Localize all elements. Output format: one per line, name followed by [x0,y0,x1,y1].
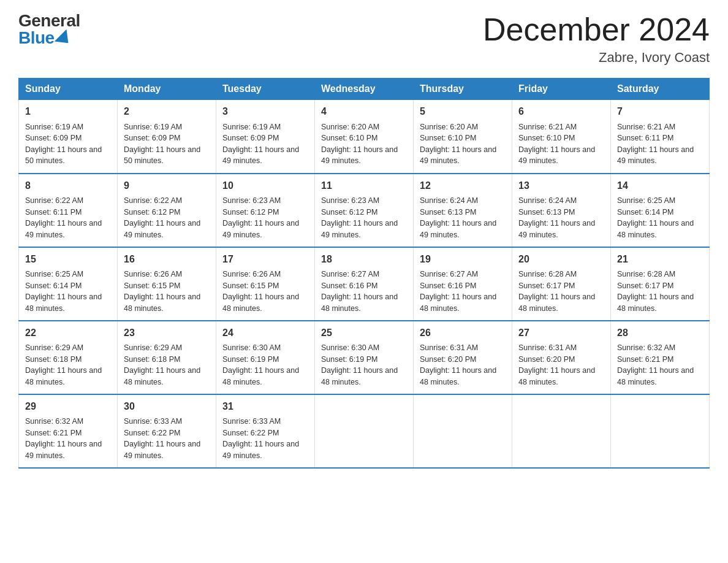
logo: General Blue [18,12,80,47]
sunrise-info: Sunrise: 6:30 AM [222,343,281,352]
logo-triangle-icon [54,29,74,50]
calendar-cell: 7Sunrise: 6:21 AMSunset: 6:11 PMDaylight… [611,100,710,174]
day-number: 26 [420,326,506,340]
sunset-info: Sunset: 6:18 PM [25,355,82,364]
weekday-header-wednesday: Wednesday [315,79,414,100]
sunrise-info: Sunrise: 6:32 AM [25,417,83,426]
day-number: 10 [222,179,308,193]
calendar-cell: 16Sunrise: 6:26 AMSunset: 6:15 PMDayligh… [118,247,216,321]
weekday-header-friday: Friday [512,79,611,100]
daylight-info: Daylight: 11 hours and 48 minutes. [321,366,398,386]
sunrise-info: Sunrise: 6:25 AM [617,196,675,205]
sunset-info: Sunset: 6:09 PM [25,134,82,142]
day-number: 20 [518,253,604,266]
sunset-info: Sunset: 6:18 PM [124,355,180,364]
calendar-cell [414,394,512,468]
sunrise-info: Sunrise: 6:33 AM [124,417,182,426]
weekday-header-thursday: Thursday [414,79,512,100]
sunset-info: Sunset: 6:13 PM [420,208,476,216]
calendar-cell [315,394,414,468]
calendar-cell: 14Sunrise: 6:25 AMSunset: 6:14 PMDayligh… [611,174,710,247]
calendar-table: SundayMondayTuesdayWednesdayThursdayFrid… [18,78,710,469]
daylight-info: Daylight: 11 hours and 49 minutes. [124,440,200,460]
calendar-cell: 1Sunrise: 6:19 AMSunset: 6:09 PMDaylight… [19,100,118,174]
day-number: 2 [124,105,210,118]
daylight-info: Daylight: 11 hours and 48 minutes. [518,293,595,313]
calendar-cell: 21Sunrise: 6:28 AMSunset: 6:17 PMDayligh… [611,247,710,321]
daylight-info: Daylight: 11 hours and 49 minutes. [617,145,694,166]
sunset-info: Sunset: 6:10 PM [321,134,377,142]
sunset-info: Sunset: 6:15 PM [124,282,180,290]
sunset-info: Sunset: 6:21 PM [617,355,673,364]
sunset-info: Sunset: 6:22 PM [222,429,279,437]
sunrise-info: Sunrise: 6:29 AM [25,343,83,352]
day-number: 5 [420,105,506,118]
calendar-cell: 6Sunrise: 6:21 AMSunset: 6:10 PMDaylight… [512,100,611,174]
logo-general-text: General [18,12,80,29]
daylight-info: Daylight: 11 hours and 48 minutes. [518,366,595,386]
daylight-info: Daylight: 11 hours and 48 minutes. [420,293,496,313]
day-number: 3 [222,105,308,118]
sunrise-info: Sunrise: 6:24 AM [518,196,577,205]
daylight-info: Daylight: 11 hours and 50 minutes. [124,145,200,166]
day-number: 30 [124,400,210,413]
day-number: 11 [321,179,407,193]
sunset-info: Sunset: 6:21 PM [25,429,82,437]
daylight-info: Daylight: 11 hours and 49 minutes. [222,145,299,166]
daylight-info: Daylight: 11 hours and 49 minutes. [321,145,398,166]
day-number: 27 [518,326,604,340]
daylight-info: Daylight: 11 hours and 48 minutes. [25,293,102,313]
sunset-info: Sunset: 6:09 PM [124,134,180,142]
sunset-info: Sunset: 6:20 PM [420,355,476,364]
sunrise-info: Sunrise: 6:29 AM [124,343,182,352]
sunrise-info: Sunrise: 6:31 AM [518,343,577,352]
calendar-cell: 30Sunrise: 6:33 AMSunset: 6:22 PMDayligh… [118,394,216,468]
daylight-info: Daylight: 11 hours and 48 minutes. [617,366,694,386]
sunset-info: Sunset: 6:19 PM [222,355,279,364]
sunset-info: Sunset: 6:12 PM [321,208,377,216]
sunset-info: Sunset: 6:17 PM [518,282,575,290]
calendar-cell: 9Sunrise: 6:22 AMSunset: 6:12 PMDaylight… [118,174,216,247]
day-number: 29 [25,400,111,413]
calendar-cell: 5Sunrise: 6:20 AMSunset: 6:10 PMDaylight… [414,100,512,174]
sunrise-info: Sunrise: 6:30 AM [321,343,379,352]
weekday-header-monday: Monday [118,79,216,100]
sunset-info: Sunset: 6:12 PM [222,208,279,216]
daylight-info: Daylight: 11 hours and 49 minutes. [222,440,299,460]
sunset-info: Sunset: 6:13 PM [518,208,575,216]
sunrise-info: Sunrise: 6:23 AM [321,196,379,205]
sunset-info: Sunset: 6:11 PM [25,208,82,216]
daylight-info: Daylight: 11 hours and 49 minutes. [124,219,200,239]
sunset-info: Sunset: 6:11 PM [617,134,673,142]
sunset-info: Sunset: 6:12 PM [124,208,180,216]
daylight-info: Daylight: 11 hours and 49 minutes. [518,145,595,166]
sunrise-info: Sunrise: 6:27 AM [321,270,379,278]
week-row-5: 29Sunrise: 6:32 AMSunset: 6:21 PMDayligh… [19,394,710,468]
day-number: 31 [222,400,308,413]
daylight-info: Daylight: 11 hours and 48 minutes. [222,366,299,386]
month-title: December 2024 [483,12,710,47]
daylight-info: Daylight: 11 hours and 49 minutes. [518,219,595,239]
daylight-info: Daylight: 11 hours and 48 minutes. [617,219,694,239]
calendar-cell: 3Sunrise: 6:19 AMSunset: 6:09 PMDaylight… [216,100,315,174]
calendar-cell: 19Sunrise: 6:27 AMSunset: 6:16 PMDayligh… [414,247,512,321]
sunrise-info: Sunrise: 6:22 AM [124,196,182,205]
daylight-info: Daylight: 11 hours and 50 minutes. [25,145,102,166]
sunset-info: Sunset: 6:15 PM [222,282,279,290]
sunrise-info: Sunrise: 6:27 AM [420,270,478,278]
day-number: 16 [124,253,210,266]
calendar-cell: 26Sunrise: 6:31 AMSunset: 6:20 PMDayligh… [414,321,512,394]
weekday-header-tuesday: Tuesday [216,79,315,100]
day-number: 25 [321,326,407,340]
day-number: 13 [518,179,604,193]
daylight-info: Daylight: 11 hours and 49 minutes. [420,145,496,166]
sunset-info: Sunset: 6:16 PM [420,282,476,290]
calendar-cell: 23Sunrise: 6:29 AMSunset: 6:18 PMDayligh… [118,321,216,394]
day-number: 8 [25,179,111,193]
daylight-info: Daylight: 11 hours and 49 minutes. [25,440,102,460]
daylight-info: Daylight: 11 hours and 49 minutes. [222,219,299,239]
day-number: 23 [124,326,210,340]
sunrise-info: Sunrise: 6:23 AM [222,196,281,205]
sunset-info: Sunset: 6:14 PM [617,208,673,216]
sunrise-info: Sunrise: 6:19 AM [222,123,281,131]
